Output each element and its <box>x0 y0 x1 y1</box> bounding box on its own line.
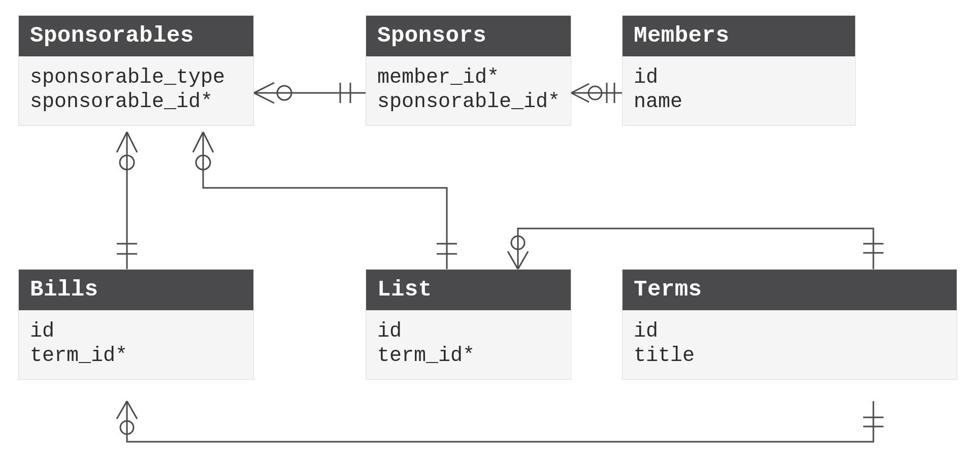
rel-sponsors-members <box>571 83 622 103</box>
entity-terms: Terms id title <box>622 269 957 380</box>
entity-title: Sponsors <box>366 16 571 56</box>
svg-point-25 <box>511 236 525 249</box>
field: title <box>634 344 945 368</box>
svg-line-18 <box>193 132 203 152</box>
field: sponsorable_id* <box>377 90 560 114</box>
rel-sponsorables-list <box>193 132 457 269</box>
field: sponsorable_type <box>30 65 242 90</box>
field: member_id* <box>377 65 560 90</box>
entity-members: Members id name <box>622 15 856 126</box>
field: id <box>634 65 844 90</box>
entity-sponsorables: Sponsorables sponsorable_type sponsorabl… <box>18 15 254 126</box>
svg-line-28 <box>117 401 127 419</box>
entity-title: Members <box>623 16 855 56</box>
svg-line-13 <box>117 132 127 152</box>
entity-fields: member_id* sponsorable_id* <box>366 56 571 125</box>
field: sponsorable_id* <box>30 90 242 114</box>
field: name <box>634 90 844 114</box>
svg-line-14 <box>127 132 137 152</box>
entity-title: Sponsorables <box>19 16 253 56</box>
rel-bills-terms <box>117 401 884 442</box>
svg-line-19 <box>203 132 213 152</box>
entity-list: List id term_id* <box>366 269 571 380</box>
entity-fields: id term_id* <box>19 310 253 379</box>
entity-title: List <box>366 270 571 310</box>
entity-bills: Bills id term_id* <box>18 269 254 380</box>
svg-point-9 <box>589 86 602 100</box>
svg-line-24 <box>518 251 528 269</box>
svg-point-15 <box>120 155 134 170</box>
entity-fields: id title <box>623 310 957 379</box>
svg-line-23 <box>508 251 518 269</box>
entity-title: Terms <box>623 270 957 310</box>
rel-sponsorables-bills <box>117 132 137 269</box>
field: term_id* <box>30 344 242 368</box>
entity-fields: id term_id* <box>366 310 571 379</box>
svg-line-29 <box>127 401 137 419</box>
field: id <box>30 319 242 344</box>
entity-title: Bills <box>19 270 253 310</box>
field: id <box>634 319 945 344</box>
field: term_id* <box>377 344 560 368</box>
rel-list-terms <box>508 228 884 269</box>
svg-point-30 <box>120 421 134 434</box>
svg-point-20 <box>196 155 210 170</box>
svg-line-7 <box>571 84 589 93</box>
svg-point-3 <box>277 86 291 100</box>
svg-line-2 <box>254 93 274 103</box>
er-diagram: Sponsorables sponsorable_type sponsorabl… <box>0 0 980 459</box>
svg-line-1 <box>254 83 274 93</box>
entity-fields: id name <box>623 56 855 125</box>
entity-fields: sponsorable_type sponsorable_id* <box>19 56 253 125</box>
field: id <box>377 319 560 344</box>
svg-line-8 <box>571 93 589 102</box>
entity-sponsors: Sponsors member_id* sponsorable_id* <box>366 15 571 126</box>
rel-sponsorables-sponsors <box>254 83 366 103</box>
